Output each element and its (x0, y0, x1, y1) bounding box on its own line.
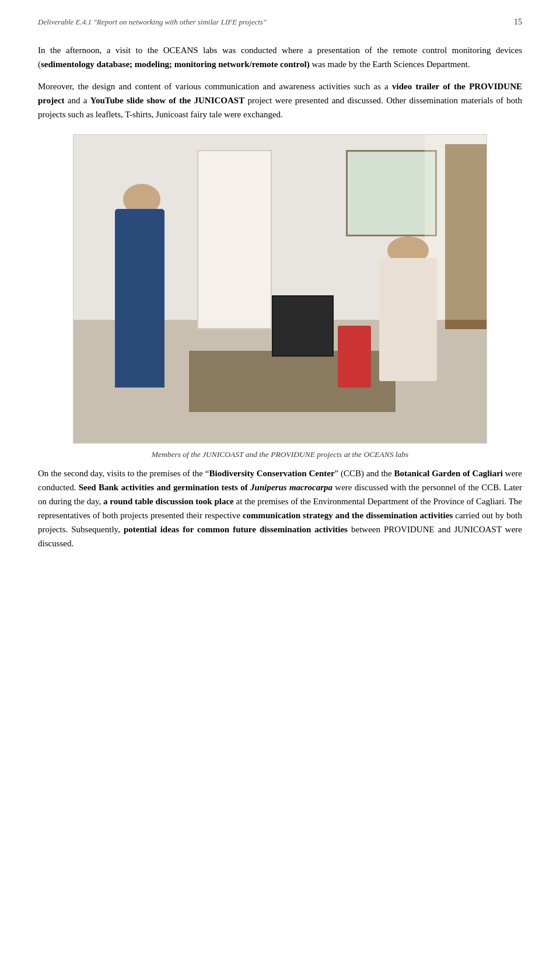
paragraph-3-start: On the second day, visits to the premise… (38, 469, 209, 478)
paragraph-3-bold2: Botanical Garden of Cagliari (394, 469, 503, 478)
header-bar: Deliverable E.4.1 "Report on networking … (38, 18, 522, 27)
paragraph-3-mid1: ” (CCB) and the (335, 469, 394, 478)
person-left (115, 209, 164, 388)
image-container: Members of the JUNICOAST and the PROVIDU… (38, 134, 522, 460)
paragraph-1-bold: sedimentology database; modeling; monito… (41, 60, 310, 69)
paragraph-3-bold3: Seed Bank activities and germination tes… (79, 483, 332, 492)
header-title: Deliverable E.4.1 "Report on networking … (38, 18, 266, 27)
paragraph-3-bold6: potential ideas for common future dissem… (124, 525, 348, 534)
paragraph-3-bold4: a round table discussion took place (103, 497, 234, 506)
room-scene (74, 135, 487, 443)
paragraph-3-italic: Juniperus macrocarpa (250, 483, 332, 492)
paragraph-1-end: was made by the Earth Sciences Departmen… (310, 60, 470, 69)
person-right (379, 258, 437, 381)
monitor (272, 295, 334, 357)
paragraph-3: On the second day, visits to the premise… (38, 466, 522, 550)
door (197, 150, 271, 329)
image-caption: Members of the JUNICOAST and the PROVIDU… (152, 449, 409, 460)
paragraph-2-start: Moreover, the design and content of vari… (38, 82, 392, 91)
paragraph-3-bold1: Biodiversity Conservation Center (209, 469, 334, 478)
paragraph-2-bold2: YouTube slide show of the JUNICOAST (90, 96, 244, 105)
paragraph-1: In the afternoon, a visit to the OCEANS … (38, 43, 522, 71)
meeting-photo (73, 134, 487, 444)
paragraph-3-bold5: communication strategy and the dissemina… (243, 511, 453, 520)
paragraph-2-mid: and a (65, 96, 90, 105)
paragraph-2: Moreover, the design and content of vari… (38, 79, 522, 121)
page-container: Deliverable E.4.1 "Report on networking … (0, 0, 560, 956)
map-frame (346, 150, 437, 236)
chair (338, 326, 371, 388)
page-number: 15 (514, 18, 522, 27)
